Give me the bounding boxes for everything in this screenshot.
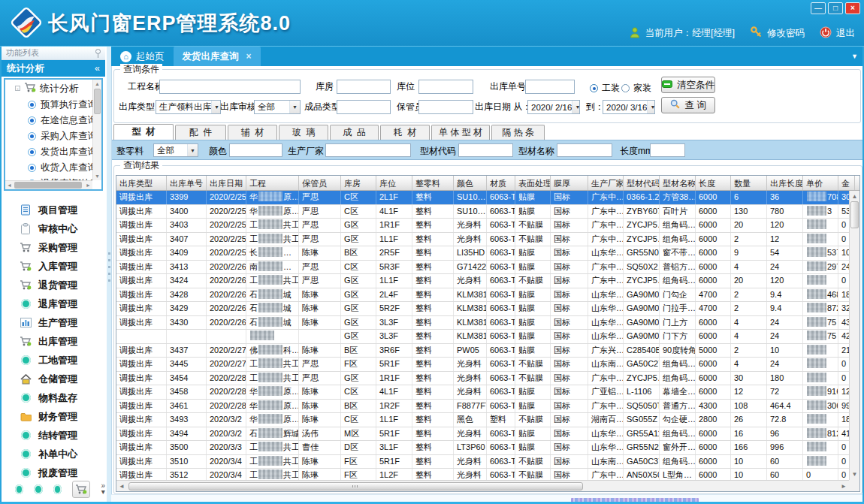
column-header[interactable]: 出库单号 (167, 176, 207, 190)
table-row[interactable]: 调拨出库34132020/2/26南…严思C区5R3F整料G714226063-… (116, 261, 849, 275)
maximize-button[interactable]: □ (828, 2, 843, 14)
material-tab[interactable]: 辅 材 (228, 125, 277, 140)
column-header[interactable]: 膜厚 (551, 176, 588, 190)
sidebar-section-header[interactable]: 统计分析 « (2, 60, 105, 77)
radio-gongzhuang[interactable]: 工装 (590, 82, 620, 95)
sidebar-item[interactable]: 退货管理 (2, 276, 105, 294)
table-row[interactable]: G区3L3F整料KLM38176063-T5贴膜国标山东华…GA90M09…门下… (116, 330, 849, 344)
sidebar-item[interactable]: 审核中心 (2, 219, 105, 238)
sidebar-item[interactable]: 财务管理 (2, 407, 105, 426)
pin-icon[interactable] (95, 49, 101, 54)
column-header[interactable]: 工程 (246, 176, 299, 190)
profile-name-input[interactable] (557, 143, 612, 157)
column-header[interactable]: 生产厂家 (588, 176, 624, 190)
column-header[interactable]: 数量 (731, 176, 767, 190)
out-type-select[interactable]: 生产领料出库 (156, 100, 221, 114)
column-header[interactable]: 出库长度 (767, 176, 803, 190)
more-menu-button[interactable]: »▾ (101, 483, 105, 495)
material-tab[interactable]: 配 件 (175, 125, 226, 140)
tab-close-icon[interactable]: × (246, 51, 252, 62)
tree-vertical-scrollbar[interactable]: ▲▼ (92, 80, 101, 180)
grid-horizontal-scrollbar[interactable]: ◄► (116, 480, 849, 491)
table-row[interactable]: 调拨出库34542020/2/28工共工程严思G区1R1F整料光身料6063-T… (116, 372, 849, 386)
table-row[interactable]: 调拨出库34932020/3/2华原…陈琳C区1L1F整料黑色塑料不贴膜国标湖南… (116, 413, 849, 427)
table-row[interactable]: 调拨出库34302020/2/26石城陈琳G区3L3F整料KLM38176063… (116, 316, 849, 330)
table-row[interactable]: 调拨出库34002020/2/25华原…严思C区4L1F整料SU10…6063-… (116, 205, 849, 219)
column-header[interactable]: 库房 (341, 176, 376, 190)
column-header[interactable]: 表面处理 (515, 176, 551, 190)
collapsed-menu-icon[interactable] (34, 484, 42, 494)
sidebar-item[interactable]: 出库管理 (2, 332, 105, 351)
table-row[interactable]: 调拨出库34452020/2/27工共工程严思F区5R1F整料光身料6063-T… (116, 358, 849, 372)
grid-vertical-scrollbar[interactable]: ▲▼ (849, 191, 859, 480)
column-header[interactable]: 型材名称 (660, 176, 696, 190)
profile-code-input[interactable] (458, 143, 513, 157)
close-button[interactable]: × (845, 2, 860, 14)
color-input[interactable] (229, 143, 282, 157)
whole-part-select[interactable]: 全部 (153, 143, 198, 157)
column-header[interactable]: 出库日期 (207, 176, 246, 190)
tab-list-caret-icon[interactable]: ▼ (851, 53, 858, 60)
location-input[interactable] (418, 80, 473, 94)
search-button[interactable]: 查 询 (661, 97, 715, 113)
tree-item[interactable]: 采购入库查询 (5, 128, 92, 144)
order-no-input[interactable] (525, 80, 575, 94)
table-row[interactable]: 调拨出库33992020/2/25华原…严思C区2L1F整料SU10…6063-… (116, 191, 849, 205)
sidebar-item[interactable]: 工地管理 (2, 351, 105, 370)
table-row[interactable]: 调拨出库34072020/2/25工共工程严思G区1L1F整料光身料6063-T… (116, 233, 849, 247)
table-row[interactable]: 调拨出库34032020/2/25工共工程严思G区1R1F整料光身料6063-T… (116, 219, 849, 233)
column-header[interactable]: 出库类型 (116, 176, 167, 190)
column-header[interactable]: 整零料 (412, 176, 454, 190)
sidebar-item[interactable]: 采购管理 (2, 238, 105, 257)
material-tab[interactable]: 单 体 型 材 (431, 125, 490, 140)
table-row[interactable]: 调拨出库34092020/2/25长…陈琳B区2R5F整料LI35HD6063-… (116, 246, 849, 261)
table-row[interactable]: 调拨出库34242020/2/26工共工程严思G区1L1F整料光身料6063-T… (116, 274, 849, 288)
radio-jiazhuang[interactable]: 家装 (621, 82, 651, 95)
length-input[interactable] (650, 143, 685, 157)
logout-button[interactable]: 退出 (820, 26, 855, 41)
column-header[interactable]: 长度 (696, 176, 731, 190)
column-header[interactable]: 材质 (487, 176, 515, 190)
warehouse-input[interactable] (337, 80, 391, 94)
column-header[interactable]: 型材代码 (624, 176, 660, 190)
material-tab[interactable]: 玻 璃 (279, 125, 328, 140)
column-header[interactable]: 库位 (376, 176, 412, 190)
table-row[interactable]: 调拨出库34582020/2/28华原…陈琳C区4L1F整料光身料6063-T5… (116, 385, 849, 400)
tab-shipping-outbound-query[interactable]: 发货出库查询 × (174, 47, 261, 66)
collapsed-menu-icon[interactable] (53, 484, 62, 494)
column-header[interactable]: 保管员 (299, 176, 341, 190)
table-row[interactable]: 调拨出库35122020/3/4工共工程陈琳F区1L2F整料光身料6063-T5… (116, 469, 849, 480)
tree-expander-icon[interactable]: - (15, 86, 20, 91)
sidebar-item[interactable]: 仓储管理 (2, 370, 105, 388)
table-row[interactable]: 调拨出库35002020/3/3工共工程曹佳D区3L1F整料LT3P606063… (116, 441, 849, 455)
table-row[interactable]: 调拨出库34372020/2/27佛科…陈琳B区3R6F整料PW056063-T… (116, 344, 849, 358)
sidebar-item[interactable]: 生产管理 (2, 313, 105, 332)
tree-item[interactable]: 预算执行查询 (5, 97, 92, 113)
product-type-input[interactable] (337, 100, 391, 114)
tree-item[interactable]: 发货出库查询 (5, 144, 92, 160)
material-tab[interactable]: 成 品 (330, 125, 379, 140)
sidebar-item[interactable]: 项目管理 (2, 201, 105, 219)
minimize-button[interactable]: — (811, 2, 826, 14)
table-row[interactable]: 调拨出库34612020/2/28华原…陈琳B区1R2F整料F8877FT606… (116, 400, 849, 414)
change-password-button[interactable]: 修改密码 (750, 26, 805, 41)
collapsed-menu-icon[interactable] (15, 484, 23, 494)
material-tab[interactable]: 隔 热 条 (491, 125, 545, 140)
tree-horizontal-scrollbar[interactable]: ◄► (5, 180, 92, 189)
collapse-icon[interactable]: « (95, 60, 100, 77)
table-row[interactable]: 调拨出库34292020/2/26石城陈琳G区5R2F整料KLM38176063… (116, 302, 849, 316)
column-header[interactable]: 单价 (803, 176, 838, 190)
sidebar-item[interactable]: 退库管理 (2, 294, 105, 313)
sidebar-item[interactable]: 物料盘存 (2, 388, 105, 407)
clear-conditions-button[interactable]: 清空条件 (661, 77, 715, 93)
tree-item[interactable]: 收货入库查询 (5, 160, 92, 176)
date-to-select[interactable]: 2020/ 3/16 (603, 100, 655, 114)
tree-root[interactable]: - 统计分析 (5, 80, 92, 97)
sidebar-item[interactable]: 结转管理 (2, 426, 105, 445)
date-from-select[interactable]: 2020/ 2/16 (527, 100, 580, 114)
column-header[interactable]: 金 (838, 176, 855, 190)
material-tab[interactable]: 耗 材 (380, 125, 430, 140)
cart-menu-button[interactable] (72, 481, 90, 498)
maker-input[interactable] (325, 143, 411, 157)
project-name-input[interactable] (159, 80, 301, 94)
